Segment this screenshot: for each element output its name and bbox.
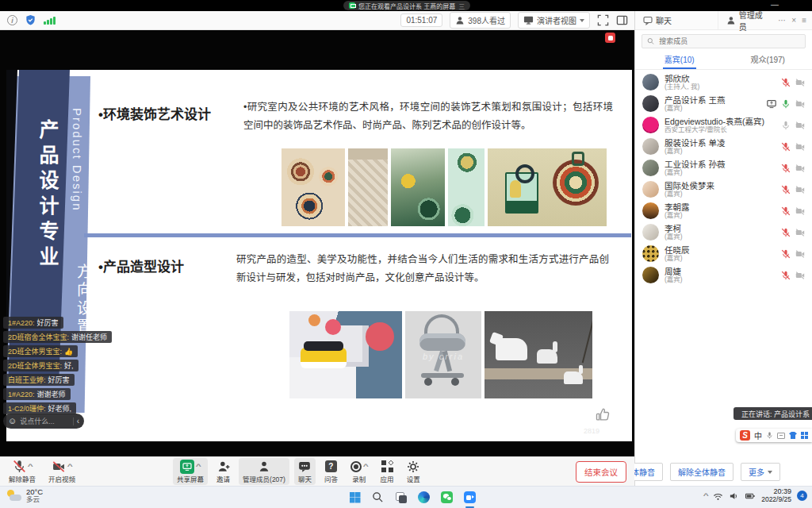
taskbar-search-button[interactable] xyxy=(370,489,386,506)
meeting-app-icon xyxy=(464,491,476,503)
share-screen-button[interactable]: ^ 共享屏幕 xyxy=(173,458,208,485)
meeting-app-button[interactable] xyxy=(462,489,478,506)
camera-off-icon[interactable] xyxy=(795,185,805,194)
member-row[interactable]: 周婕(嘉宾) xyxy=(635,264,812,286)
tab-manage-members[interactable]: 管理成员 xyxy=(718,11,778,29)
mic-muted-icon[interactable] xyxy=(781,228,791,237)
notification-count-badge[interactable]: 4 xyxy=(797,491,807,501)
camera-off-icon[interactable] xyxy=(795,249,805,259)
ime-language-indicator[interactable]: 中 xyxy=(754,429,762,441)
layout-panel-icon[interactable] xyxy=(616,14,628,26)
banner-menu-icon[interactable]: 三 xyxy=(458,2,465,10)
network-signal-icon[interactable] xyxy=(44,16,56,25)
camera-off-icon[interactable] xyxy=(795,271,805,280)
member-row[interactable]: 服装设计系 单凌(嘉宾) xyxy=(635,136,812,157)
mic-muted-icon[interactable] xyxy=(781,271,791,280)
mic-muted-icon[interactable] xyxy=(781,249,791,259)
screen-share-banner[interactable]: 您正在观看产品设计系 王燕的屏幕 三 xyxy=(343,1,470,10)
ime-toolbar[interactable]: S 中 xyxy=(736,429,812,442)
sogou-logo-icon[interactable]: S xyxy=(740,430,750,441)
more-button[interactable]: 更多 xyxy=(741,463,780,481)
viewer-count[interactable]: 398人看过 xyxy=(450,12,511,29)
end-meeting-button[interactable]: 结束会议 xyxy=(576,461,626,483)
camera-off-icon[interactable] xyxy=(795,206,805,216)
share-options-caret[interactable]: ^ xyxy=(196,463,201,470)
invite-button[interactable]: 邀请 xyxy=(213,458,234,485)
tab-audience[interactable]: 观众(197) xyxy=(724,52,812,69)
member-role: (嘉宾) xyxy=(665,148,776,156)
search-icon xyxy=(647,37,654,45)
battery-icon[interactable] xyxy=(745,491,756,501)
like-button[interactable] xyxy=(595,406,611,422)
emoji-icon[interactable]: ☺ xyxy=(8,417,17,425)
apps-button[interactable]: 应用 xyxy=(377,458,398,485)
taskbar-weather-widget[interactable]: 20°C 多云 xyxy=(6,488,43,503)
tab-guests[interactable]: 嘉宾(10) xyxy=(635,52,724,69)
mic-idle-icon[interactable] xyxy=(781,121,791,130)
camera-off-icon[interactable] xyxy=(795,78,805,87)
mic-muted-icon[interactable] xyxy=(781,185,791,194)
video-options-caret[interactable]: ^ xyxy=(67,463,73,470)
start-button[interactable] xyxy=(347,489,363,506)
voice-input-icon[interactable] xyxy=(766,431,773,440)
unmute-all-button[interactable]: 解除全体静音 xyxy=(670,463,733,481)
member-row[interactable]: 李朝露(嘉宾) xyxy=(635,200,812,221)
member-row[interactable]: 郭欣欣(主持人, 我) xyxy=(635,71,812,93)
camera-off-icon[interactable] xyxy=(795,99,805,109)
member-row[interactable]: 李柯(嘉宾) xyxy=(635,221,812,243)
member-row[interactable]: 国际处侯梦来(嘉宾) xyxy=(635,179,812,200)
chat-button[interactable]: 聊天 xyxy=(294,458,316,485)
member-row[interactable]: Edgeviewstudio-袁燕(嘉宾)西安工程大学/雷院长 xyxy=(635,114,812,136)
mic-muted-icon[interactable] xyxy=(781,142,791,152)
camera-off-icon[interactable] xyxy=(795,228,805,237)
mic-muted-icon[interactable] xyxy=(781,78,791,87)
camera-off-icon[interactable] xyxy=(795,121,805,130)
camera-off-icon[interactable] xyxy=(795,142,805,152)
panel-close-icon[interactable]: × xyxy=(791,16,796,25)
unmute-button[interactable]: ^ 解除静音 xyxy=(5,458,40,485)
tray-overflow-caret[interactable]: ^ xyxy=(703,492,708,499)
toolbox-icon[interactable] xyxy=(801,432,808,439)
mic-muted-icon[interactable] xyxy=(781,206,791,216)
red-packet-icon[interactable] xyxy=(605,33,615,43)
security-shield-icon[interactable] xyxy=(25,14,36,26)
settings-button[interactable]: 设置 xyxy=(403,458,424,485)
fullscreen-icon[interactable] xyxy=(597,14,609,26)
mic-on-icon[interactable] xyxy=(781,99,791,109)
edge-browser-button[interactable] xyxy=(416,489,432,506)
tab-chat[interactable]: 聊天 xyxy=(635,11,718,29)
chat-bullet: 2D班全体男宝宝:好, xyxy=(3,360,79,371)
record-button[interactable]: ^ 录制 xyxy=(347,458,372,485)
view-mode-selector[interactable]: 演讲者视图 xyxy=(518,12,590,29)
mic-muted-icon[interactable] xyxy=(781,164,791,173)
keyboard-icon[interactable] xyxy=(777,433,785,439)
member-search-box[interactable] xyxy=(642,34,806,48)
camera-off-icon[interactable] xyxy=(795,164,805,173)
manage-members-button[interactable]: 管理成员(207) xyxy=(239,458,289,485)
windows-taskbar: 20°C 多云 ^ xyxy=(0,486,812,508)
mic-options-caret[interactable]: ^ xyxy=(28,463,33,470)
member-row[interactable]: 工业设计系 孙薇(嘉宾) xyxy=(635,157,812,179)
minimize-button[interactable]: — xyxy=(771,0,779,10)
panel-dock-icon[interactable]: ≡ xyxy=(802,16,806,25)
search-input[interactable] xyxy=(657,37,800,46)
panel-more-icon[interactable]: ⋯ xyxy=(778,16,786,25)
record-options-caret[interactable]: ^ xyxy=(363,463,369,470)
skin-icon[interactable] xyxy=(789,432,797,439)
chat-quick-input[interactable]: ☺ 说点什么... ‹ xyxy=(3,414,84,429)
member-row[interactable]: 任晓辰(嘉宾) xyxy=(635,243,812,264)
member-row[interactable]: 产品设计系 王燕(嘉宾) xyxy=(635,93,812,114)
info-icon[interactable]: i xyxy=(7,15,17,25)
start-video-button[interactable]: ^ 开启视频 xyxy=(44,458,79,485)
collapse-chat-icon[interactable]: ‹ xyxy=(77,417,79,425)
wechat-button[interactable] xyxy=(439,489,455,506)
paper-animal xyxy=(496,338,527,360)
qa-button[interactable]: ? 问答 xyxy=(320,458,342,485)
volume-icon[interactable] xyxy=(729,491,739,501)
collage-image xyxy=(391,148,445,226)
member-role: (嘉宾) xyxy=(665,212,776,220)
wifi-icon[interactable] xyxy=(713,491,723,501)
taskbar-clock[interactable]: 20:39 2022/9/25 xyxy=(761,488,791,503)
image-watermark: by crria xyxy=(405,352,481,361)
task-view-button[interactable] xyxy=(393,489,409,506)
